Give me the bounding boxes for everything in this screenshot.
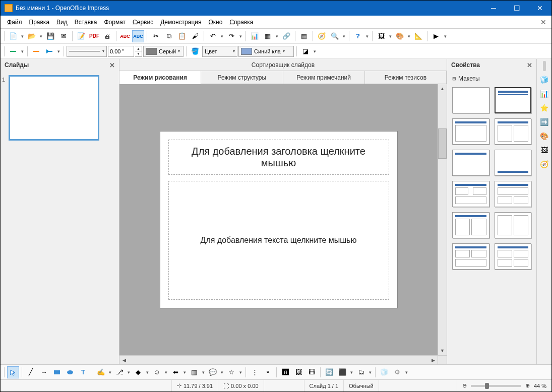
email-button[interactable]: ✉ [57, 30, 70, 42]
open-dropdown[interactable]: ▾ [39, 34, 43, 39]
styles-icon[interactable]: 🎨 [539, 130, 550, 142]
layout-two-content[interactable] [495, 118, 532, 145]
ellipse-tool[interactable] [64, 366, 76, 378]
select-tool[interactable] [7, 366, 19, 378]
line-width-spinner[interactable]: ▲▼ [135, 46, 142, 57]
slide-dropdown[interactable]: ▾ [388, 34, 393, 39]
rectangle-tool[interactable] [51, 366, 63, 378]
layout-9[interactable] [452, 243, 489, 270]
from-file-tool[interactable]: 🖼 [292, 366, 304, 378]
zoom-dropdown[interactable]: ▾ [342, 34, 346, 39]
rotate-tool[interactable]: 🔄 [323, 366, 335, 378]
glue-tool[interactable]: ⚬ [262, 366, 274, 378]
help-button[interactable]: ? [352, 30, 364, 42]
master-pages-icon[interactable]: 📊 [539, 88, 550, 99]
slide-design-button[interactable]: 🎨 [394, 30, 406, 42]
stars-tool[interactable]: ☆ [225, 366, 237, 378]
menu-tools[interactable]: Сервис [129, 17, 157, 27]
menu-help[interactable]: Справка [226, 17, 257, 27]
arrange-tool[interactable]: 🗂 [355, 366, 367, 378]
tab-notes[interactable]: Режим примечаний [283, 71, 365, 84]
table-button[interactable]: ▦ [262, 30, 274, 42]
basic-shapes-tool[interactable]: ◆ [132, 366, 144, 378]
flowchart-tool[interactable]: ▥ [188, 366, 200, 378]
layout-5[interactable] [452, 181, 489, 207]
interaction-tool[interactable]: ⚙ [391, 366, 403, 378]
autospell-button[interactable]: ABC [132, 30, 144, 42]
callout-tool[interactable]: 💬 [207, 366, 219, 378]
arrow-style-button[interactable] [7, 45, 19, 57]
points-tool[interactable]: ⋮ [249, 366, 261, 378]
properties-icon[interactable]: 🧊 [539, 74, 550, 85]
slides-panel-close[interactable]: ✕ [109, 61, 115, 69]
arrow-tool[interactable]: → [38, 366, 50, 378]
line-end-button[interactable] [30, 45, 42, 57]
menu-window[interactable]: Окно [205, 17, 226, 27]
help-dropdown[interactable]: ▾ [365, 34, 370, 39]
line-style-select[interactable]: ▾ [67, 46, 107, 57]
spellcheck-button[interactable]: ABC [119, 30, 131, 42]
undo-dropdown[interactable]: ▾ [220, 34, 224, 39]
gallery-icon[interactable]: 🖼 [539, 145, 550, 156]
text-tool[interactable]: T [77, 366, 89, 378]
fill-mode-select[interactable]: Цвет ▾ [202, 46, 237, 57]
zoom-out-button[interactable]: ⊖ [462, 382, 467, 389]
tab-outline[interactable]: Режим структуры [201, 71, 283, 84]
horizontal-scrollbar[interactable]: ◀ ▶ [119, 355, 447, 364]
block-arrows-tool[interactable]: ⬅ [169, 366, 181, 378]
zoom-in-button[interactable]: ⊕ [525, 382, 530, 389]
shadow-button[interactable]: ◪ [299, 45, 312, 57]
new-button[interactable]: 📄 [7, 30, 19, 42]
scroll-down-icon[interactable]: ▼ [438, 346, 447, 355]
slide-thumbnail[interactable]: 1 [9, 75, 99, 141]
menu-file[interactable]: Файл [4, 17, 26, 27]
connector-tool[interactable]: ⎇ [113, 366, 126, 378]
tab-handout[interactable]: Режим тезисов [365, 71, 447, 84]
grid-button[interactable]: ▦ [298, 30, 310, 42]
line-ends-dropdown[interactable]: ▾ [56, 49, 61, 54]
toolbar-overflow[interactable]: ▾ [443, 34, 448, 39]
menu-slideshow[interactable]: Демонстрация [157, 17, 205, 27]
redo-button[interactable]: ↷ [225, 30, 237, 42]
extrusion-tool[interactable]: 🧊 [378, 366, 390, 378]
align-tool[interactable]: ⬛ [336, 366, 348, 378]
layouts-section-header[interactable]: ⊟ Макеты [449, 73, 534, 84]
line-start-button[interactable] [43, 45, 55, 57]
open-button[interactable]: 📂 [26, 30, 38, 42]
arrow-style-dropdown[interactable]: ▾ [20, 49, 25, 54]
minimize-button[interactable]: ─ [482, 1, 505, 16]
title-placeholder[interactable]: Для добавления заголовка щелкните мышью [168, 140, 389, 175]
navigator-button[interactable]: 🧭 [316, 30, 328, 42]
layout-10[interactable] [495, 243, 532, 270]
layout-6[interactable] [495, 181, 532, 207]
layout-title-content[interactable] [495, 87, 532, 113]
chart-button[interactable]: 📊 [249, 30, 261, 42]
menu-insert[interactable]: Вставка [71, 17, 101, 27]
line-color-select[interactable]: Серый ▾ [143, 46, 183, 57]
navigator-icon[interactable]: 🧭 [539, 159, 550, 170]
layout-3[interactable] [452, 150, 489, 176]
cut-button[interactable]: ✂ [150, 30, 162, 42]
start-slideshow-button[interactable]: ▶ [430, 30, 442, 42]
print-button[interactable]: 🖨 [101, 30, 113, 42]
scroll-up-icon[interactable]: ▲ [438, 84, 447, 93]
vertical-scrollbar[interactable]: ▲ ▼ [438, 84, 447, 355]
redo-dropdown[interactable]: ▾ [238, 34, 243, 39]
hyperlink-button[interactable]: 🔗 [280, 30, 292, 42]
format-paint-button[interactable]: 🖌 [189, 30, 201, 42]
scroll-right-icon[interactable]: ▶ [428, 356, 438, 364]
scroll-left-icon[interactable]: ◀ [119, 356, 129, 364]
menu-format[interactable]: Формат [100, 17, 129, 27]
scroll-thumb[interactable] [438, 128, 447, 159]
fontwork-tool[interactable]: 🅰 [279, 366, 291, 378]
new-dropdown[interactable]: ▾ [20, 34, 25, 39]
close-button[interactable]: ✕ [528, 1, 551, 16]
curve-tool[interactable]: ✍ [95, 366, 107, 378]
edit-button[interactable]: 📝 [75, 30, 87, 42]
zoom-knob[interactable] [485, 383, 489, 389]
slide-button[interactable]: 🖼 [375, 30, 387, 42]
slide-design-dropdown[interactable]: ▾ [407, 34, 411, 39]
menu-edit[interactable]: Правка [26, 17, 53, 27]
body-placeholder[interactable]: Для добавления текста щелкните мышью [168, 181, 389, 300]
slide-transition-icon[interactable]: ➡️ [539, 116, 550, 127]
